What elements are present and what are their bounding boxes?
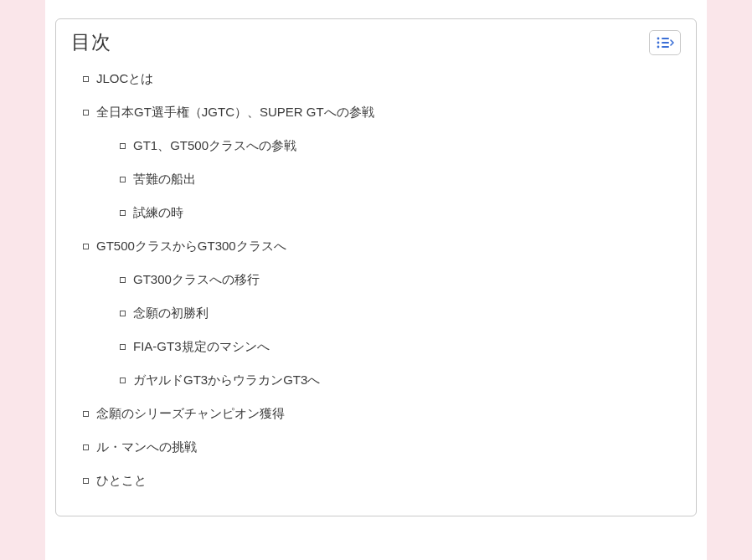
- toc-link[interactable]: GT500クラスからGT300クラスへ: [96, 239, 286, 253]
- toc-item: GT500クラスからGT300クラスへ GT300クラスへの移行 念願の初勝利 …: [80, 236, 681, 390]
- toc-subitem: 苦難の船出: [116, 169, 681, 189]
- list-icon: [656, 36, 674, 49]
- toc-header: 目次: [71, 29, 681, 55]
- toc-title: 目次: [71, 29, 111, 55]
- toc-subitem: ガヤルドGT3からウラカンGT3へ: [116, 370, 681, 390]
- svg-point-2: [657, 41, 660, 44]
- toc-item: JLOCとは: [80, 69, 681, 89]
- toc-link[interactable]: FIA-GT3規定のマシンへ: [133, 339, 270, 353]
- toc-subitem: 試練の時: [116, 203, 681, 223]
- toc-subitem: GT1、GT500クラスへの参戦: [116, 136, 681, 156]
- svg-point-0: [657, 37, 660, 39]
- toc-link[interactable]: 念願のシリーズチャンピオン獲得: [96, 406, 285, 420]
- toc-subitem: FIA-GT3規定のマシンへ: [116, 337, 681, 357]
- svg-rect-1: [662, 38, 669, 39]
- svg-point-4: [657, 45, 660, 48]
- toc-subitem: 念願の初勝利: [116, 303, 681, 323]
- toc-sublist: GT1、GT500クラスへの参戦 苦難の船出 試練の時: [96, 136, 681, 223]
- toc-link[interactable]: ガヤルドGT3からウラカンGT3へ: [133, 372, 320, 387]
- toc-item: ひとこと: [80, 470, 681, 491]
- toc-item: 念願のシリーズチャンピオン獲得: [80, 403, 681, 424]
- toc-subitem: GT300クラスへの移行: [116, 270, 681, 290]
- toc-link[interactable]: ル・マンへの挑戦: [96, 439, 197, 454]
- toc-link[interactable]: GT1、GT500クラスへの参戦: [133, 138, 296, 152]
- toc-link[interactable]: 念願の初勝利: [133, 306, 209, 320]
- toc-item: ル・マンへの挑戦: [80, 437, 681, 457]
- toc-panel: 目次 JLOCとは: [55, 18, 697, 516]
- toc-toggle-button[interactable]: [649, 30, 681, 55]
- toc-link[interactable]: ひとこと: [96, 473, 147, 487]
- svg-rect-3: [662, 42, 669, 44]
- toc-link[interactable]: GT300クラスへの移行: [133, 272, 260, 286]
- toc-sublist: GT300クラスへの移行 念願の初勝利 FIA-GT3規定のマシンへ ガヤルドG…: [96, 270, 681, 390]
- toc-link[interactable]: 全日本GT選手権（JGTC）、SUPER GTへの参戦: [96, 105, 374, 119]
- toc-link[interactable]: 試練の時: [133, 205, 183, 219]
- toc-item: 全日本GT選手権（JGTC）、SUPER GTへの参戦 GT1、GT500クラス…: [80, 102, 681, 223]
- page-container: 目次 JLOCとは: [45, 0, 707, 560]
- svg-rect-5: [662, 46, 669, 48]
- toc-link[interactable]: JLOCとは: [96, 71, 153, 85]
- toc-list: JLOCとは 全日本GT選手権（JGTC）、SUPER GTへの参戦 GT1、G…: [71, 69, 681, 491]
- toc-link[interactable]: 苦難の船出: [133, 172, 196, 186]
